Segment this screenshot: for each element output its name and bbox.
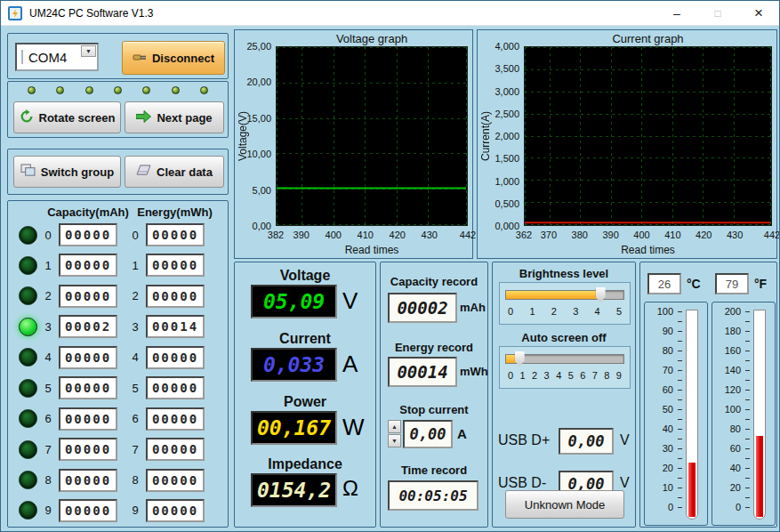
controls-panel: Brightness level 012345 Auto screen off … (492, 262, 636, 528)
group-select-led[interactable] (19, 256, 37, 275)
next-page-button[interactable]: Next page (125, 101, 224, 133)
capacity-value: 00000 (59, 376, 117, 399)
tick-label: 0 (508, 306, 513, 317)
thermometer-mercury (756, 436, 763, 517)
capacity-index: 5 (44, 382, 52, 395)
switch-group-button[interactable]: Switch group (13, 156, 121, 188)
thermometer-scale-label: 20 (714, 482, 741, 493)
nav-panel: Rotate screen Next page (7, 81, 229, 138)
minimize-button[interactable]: – (656, 1, 697, 25)
tick-label: 2 (551, 306, 557, 317)
fahrenheit-value: 79 (715, 273, 749, 294)
y-tick-label: 5,00 (238, 185, 271, 196)
thermometer-scale-label: 50 (647, 404, 673, 415)
celsius-thermometer: 1009080706050403020100 (644, 302, 708, 526)
group-select-led[interactable] (19, 440, 37, 459)
spin-down-icon[interactable]: ▼ (388, 434, 401, 447)
group-select-led[interactable] (19, 409, 37, 428)
com-port-value: COM4 (23, 50, 67, 65)
group-select-led[interactable] (19, 348, 37, 367)
thermometer-scale-label: 0 (647, 502, 673, 512)
x-tick-label: 400 (626, 230, 658, 240)
capacity-value: 00000 (59, 346, 117, 369)
com-port-select[interactable]: COM4 ▼ (15, 43, 99, 71)
current-unit: A (342, 351, 358, 378)
group-select-led[interactable] (19, 501, 37, 520)
window-title: UM24C PC Software V1.3 (29, 7, 153, 20)
group-select-led[interactable] (19, 286, 37, 305)
energy-index: 6 (131, 412, 140, 425)
thermometer-scale-label: 80 (647, 345, 673, 356)
connection-panel: COM4 ▼ Disconnect (7, 33, 229, 79)
status-led (114, 86, 122, 94)
chart-x-axis-label: Read times (524, 244, 772, 256)
energy-value: 00000 (146, 223, 205, 246)
capacity-value: 00000 (59, 438, 117, 461)
thermometer-scale-label: 160 (714, 345, 741, 356)
rotate-screen-button[interactable]: Rotate screen (13, 101, 121, 133)
slider-thumb[interactable] (596, 287, 606, 302)
voltage-unit: V (342, 287, 358, 315)
rotate-screen-label: Rotate screen (39, 111, 116, 125)
x-tick-label: 410 (656, 230, 688, 240)
slider-track[interactable] (505, 354, 624, 364)
group-select-led[interactable] (19, 226, 37, 245)
tick-label: 4 (595, 306, 600, 317)
chart-plot-area (276, 46, 468, 226)
status-led (28, 86, 36, 94)
impedance-unit: Ω (342, 476, 358, 501)
live-readouts-panel: Voltage 05,09 V Current 0,033 A Power 00… (234, 262, 376, 528)
usb-dplus-label: USB D+ (498, 432, 550, 448)
group-row-7: 700000700000 (8, 437, 228, 462)
capacity-index: 7 (44, 443, 52, 456)
y-tick-label: 2,000 (481, 131, 519, 141)
slider-track[interactable] (505, 290, 624, 300)
slider-tick-labels: 0123456789 (508, 370, 622, 381)
capacity-value: 00000 (59, 223, 117, 246)
status-led (142, 86, 150, 94)
close-button[interactable]: × (738, 1, 779, 25)
impedance-label: Impedance (235, 456, 375, 472)
group-select-led[interactable] (19, 318, 37, 336)
disconnect-button[interactable]: Disconnect (122, 41, 225, 75)
chevron-down-icon[interactable]: ▼ (81, 45, 96, 57)
slider-thumb[interactable] (515, 351, 525, 367)
y-tick-label: 15,00 (238, 113, 271, 124)
x-tick-label: 442 (756, 230, 780, 240)
tick-label: 0 (508, 370, 513, 381)
brightness-slider[interactable]: 012345 (499, 282, 631, 325)
stop-current-stepper: ▲ ▼ (388, 420, 401, 447)
records-panel: Capacity record 00002 mAh Energy record … (380, 262, 488, 528)
group-select-led[interactable] (19, 379, 37, 398)
capacity-record-value: 00002 (388, 293, 457, 323)
capacity-value: 00000 (59, 285, 117, 308)
next-page-label: Next page (157, 111, 212, 125)
x-tick-label: 420 (382, 230, 414, 240)
clear-data-button[interactable]: Clear data (125, 156, 224, 188)
status-led-row (28, 86, 208, 94)
tick-label: 5 (568, 370, 574, 381)
tick-label: 1 (520, 370, 526, 381)
energy-index: 3 (131, 320, 140, 334)
x-tick-label: 380 (564, 230, 596, 240)
voltage-display: 05,09 (251, 285, 337, 318)
stop-current-input[interactable]: 0,00 (403, 420, 453, 448)
group-select-led[interactable] (19, 471, 37, 489)
mode-button[interactable]: Unknown Mode (505, 490, 624, 519)
maximize-button[interactable]: □ (697, 1, 738, 25)
thermometer-scale-label: 0 (714, 502, 741, 512)
thermometer-scale-label: 70 (647, 365, 673, 375)
thermometer-scale-label: 30 (647, 443, 673, 454)
app-icon (8, 6, 22, 20)
tick-label: 7 (592, 370, 598, 381)
thermometer-scale-label: 140 (714, 365, 741, 375)
capacity-index: 0 (44, 229, 52, 242)
spin-up-icon[interactable]: ▲ (388, 420, 401, 433)
plug-icon (133, 50, 147, 67)
auto-screen-off-slider[interactable]: 0123456789 (499, 346, 631, 389)
thermometer-mercury (688, 463, 696, 517)
thermometer-scale-label: 60 (714, 443, 741, 454)
client-area: COM4 ▼ Disconnect Rotate screen (1, 26, 779, 531)
capacity-index: 4 (44, 351, 52, 364)
power-display: 00,167 (251, 411, 337, 445)
